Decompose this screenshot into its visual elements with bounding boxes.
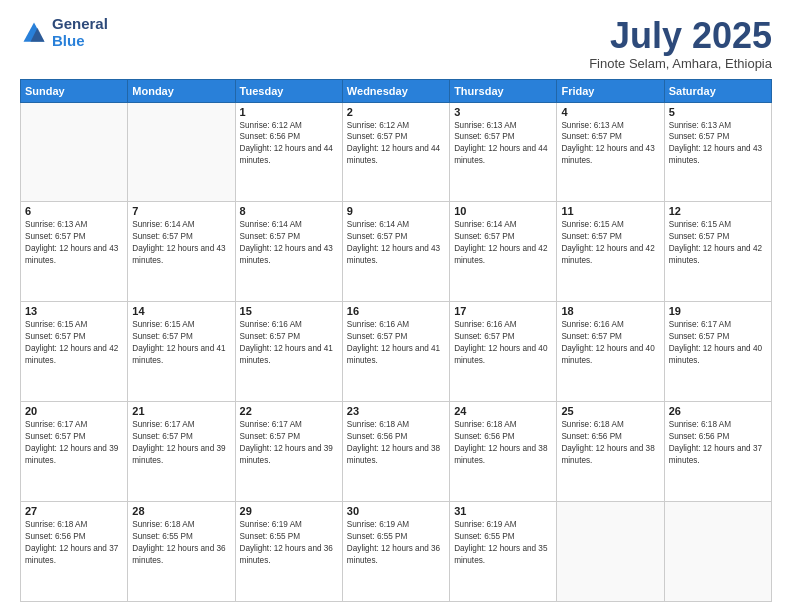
calendar-cell: 30Sunrise: 6:19 AMSunset: 6:55 PMDayligh… <box>342 502 449 602</box>
day-info: Sunrise: 6:12 AMSunset: 6:56 PMDaylight:… <box>240 120 338 168</box>
day-info: Sunrise: 6:17 AMSunset: 6:57 PMDaylight:… <box>240 419 338 467</box>
day-info: Sunrise: 6:19 AMSunset: 6:55 PMDaylight:… <box>240 519 338 567</box>
day-number: 26 <box>669 405 767 417</box>
calendar-cell: 29Sunrise: 6:19 AMSunset: 6:55 PMDayligh… <box>235 502 342 602</box>
calendar-header-row: Sunday Monday Tuesday Wednesday Thursday… <box>21 79 772 102</box>
calendar-cell: 21Sunrise: 6:17 AMSunset: 6:57 PMDayligh… <box>128 402 235 502</box>
calendar-cell: 14Sunrise: 6:15 AMSunset: 6:57 PMDayligh… <box>128 302 235 402</box>
day-info: Sunrise: 6:15 AMSunset: 6:57 PMDaylight:… <box>132 319 230 367</box>
day-number: 28 <box>132 505 230 517</box>
calendar-cell: 27Sunrise: 6:18 AMSunset: 6:56 PMDayligh… <box>21 502 128 602</box>
day-number: 4 <box>561 106 659 118</box>
day-info: Sunrise: 6:18 AMSunset: 6:56 PMDaylight:… <box>25 519 123 567</box>
calendar-cell: 12Sunrise: 6:15 AMSunset: 6:57 PMDayligh… <box>664 202 771 302</box>
day-info: Sunrise: 6:14 AMSunset: 6:57 PMDaylight:… <box>240 219 338 267</box>
day-info: Sunrise: 6:16 AMSunset: 6:57 PMDaylight:… <box>561 319 659 367</box>
day-number: 9 <box>347 205 445 217</box>
day-info: Sunrise: 6:16 AMSunset: 6:57 PMDaylight:… <box>347 319 445 367</box>
logo-blue: Blue <box>52 32 85 49</box>
col-tuesday: Tuesday <box>235 79 342 102</box>
calendar-week-4: 20Sunrise: 6:17 AMSunset: 6:57 PMDayligh… <box>21 402 772 502</box>
calendar-cell: 13Sunrise: 6:15 AMSunset: 6:57 PMDayligh… <box>21 302 128 402</box>
calendar-cell <box>557 502 664 602</box>
day-info: Sunrise: 6:14 AMSunset: 6:57 PMDaylight:… <box>347 219 445 267</box>
day-info: Sunrise: 6:16 AMSunset: 6:57 PMDaylight:… <box>240 319 338 367</box>
calendar-week-3: 13Sunrise: 6:15 AMSunset: 6:57 PMDayligh… <box>21 302 772 402</box>
day-info: Sunrise: 6:17 AMSunset: 6:57 PMDaylight:… <box>669 319 767 367</box>
calendar-cell: 19Sunrise: 6:17 AMSunset: 6:57 PMDayligh… <box>664 302 771 402</box>
day-info: Sunrise: 6:18 AMSunset: 6:56 PMDaylight:… <box>347 419 445 467</box>
day-number: 19 <box>669 305 767 317</box>
title-block: July 2025 Finote Selam, Amhara, Ethiopia <box>589 16 772 71</box>
day-info: Sunrise: 6:17 AMSunset: 6:57 PMDaylight:… <box>25 419 123 467</box>
calendar-cell: 22Sunrise: 6:17 AMSunset: 6:57 PMDayligh… <box>235 402 342 502</box>
calendar-cell <box>128 102 235 202</box>
day-number: 11 <box>561 205 659 217</box>
day-number: 7 <box>132 205 230 217</box>
day-number: 8 <box>240 205 338 217</box>
day-info: Sunrise: 6:15 AMSunset: 6:57 PMDaylight:… <box>25 319 123 367</box>
day-info: Sunrise: 6:12 AMSunset: 6:57 PMDaylight:… <box>347 120 445 168</box>
calendar-cell: 9Sunrise: 6:14 AMSunset: 6:57 PMDaylight… <box>342 202 449 302</box>
calendar-cell: 5Sunrise: 6:13 AMSunset: 6:57 PMDaylight… <box>664 102 771 202</box>
calendar-cell: 15Sunrise: 6:16 AMSunset: 6:57 PMDayligh… <box>235 302 342 402</box>
day-info: Sunrise: 6:14 AMSunset: 6:57 PMDaylight:… <box>132 219 230 267</box>
logo-general: General <box>52 15 108 32</box>
day-number: 20 <box>25 405 123 417</box>
day-info: Sunrise: 6:18 AMSunset: 6:56 PMDaylight:… <box>669 419 767 467</box>
day-number: 29 <box>240 505 338 517</box>
day-info: Sunrise: 6:15 AMSunset: 6:57 PMDaylight:… <box>669 219 767 267</box>
calendar-cell: 6Sunrise: 6:13 AMSunset: 6:57 PMDaylight… <box>21 202 128 302</box>
day-info: Sunrise: 6:13 AMSunset: 6:57 PMDaylight:… <box>669 120 767 168</box>
day-number: 27 <box>25 505 123 517</box>
calendar-cell: 28Sunrise: 6:18 AMSunset: 6:55 PMDayligh… <box>128 502 235 602</box>
day-number: 16 <box>347 305 445 317</box>
col-wednesday: Wednesday <box>342 79 449 102</box>
day-number: 12 <box>669 205 767 217</box>
calendar-cell: 3Sunrise: 6:13 AMSunset: 6:57 PMDaylight… <box>450 102 557 202</box>
day-number: 24 <box>454 405 552 417</box>
calendar-cell: 26Sunrise: 6:18 AMSunset: 6:56 PMDayligh… <box>664 402 771 502</box>
day-number: 13 <box>25 305 123 317</box>
calendar-cell: 24Sunrise: 6:18 AMSunset: 6:56 PMDayligh… <box>450 402 557 502</box>
calendar-table: Sunday Monday Tuesday Wednesday Thursday… <box>20 79 772 602</box>
header: General Blue July 2025 Finote Selam, Amh… <box>20 16 772 71</box>
day-number: 15 <box>240 305 338 317</box>
calendar-cell: 11Sunrise: 6:15 AMSunset: 6:57 PMDayligh… <box>557 202 664 302</box>
calendar-cell: 4Sunrise: 6:13 AMSunset: 6:57 PMDaylight… <box>557 102 664 202</box>
col-monday: Monday <box>128 79 235 102</box>
calendar-week-5: 27Sunrise: 6:18 AMSunset: 6:56 PMDayligh… <box>21 502 772 602</box>
calendar-cell: 2Sunrise: 6:12 AMSunset: 6:57 PMDaylight… <box>342 102 449 202</box>
day-info: Sunrise: 6:19 AMSunset: 6:55 PMDaylight:… <box>454 519 552 567</box>
calendar-cell <box>664 502 771 602</box>
logo-text: General Blue <box>52 16 108 49</box>
logo: General Blue <box>20 16 108 49</box>
day-number: 25 <box>561 405 659 417</box>
day-number: 5 <box>669 106 767 118</box>
day-number: 3 <box>454 106 552 118</box>
day-number: 23 <box>347 405 445 417</box>
col-sunday: Sunday <box>21 79 128 102</box>
day-info: Sunrise: 6:18 AMSunset: 6:55 PMDaylight:… <box>132 519 230 567</box>
calendar-cell: 10Sunrise: 6:14 AMSunset: 6:57 PMDayligh… <box>450 202 557 302</box>
day-info: Sunrise: 6:18 AMSunset: 6:56 PMDaylight:… <box>454 419 552 467</box>
month-title: July 2025 <box>589 16 772 56</box>
day-info: Sunrise: 6:14 AMSunset: 6:57 PMDaylight:… <box>454 219 552 267</box>
logo-icon <box>20 19 48 47</box>
calendar-cell: 7Sunrise: 6:14 AMSunset: 6:57 PMDaylight… <box>128 202 235 302</box>
day-number: 10 <box>454 205 552 217</box>
calendar-cell: 8Sunrise: 6:14 AMSunset: 6:57 PMDaylight… <box>235 202 342 302</box>
calendar-cell: 18Sunrise: 6:16 AMSunset: 6:57 PMDayligh… <box>557 302 664 402</box>
calendar-cell: 25Sunrise: 6:18 AMSunset: 6:56 PMDayligh… <box>557 402 664 502</box>
calendar-cell <box>21 102 128 202</box>
day-info: Sunrise: 6:15 AMSunset: 6:57 PMDaylight:… <box>561 219 659 267</box>
day-info: Sunrise: 6:19 AMSunset: 6:55 PMDaylight:… <box>347 519 445 567</box>
page: General Blue July 2025 Finote Selam, Amh… <box>0 0 792 612</box>
day-number: 18 <box>561 305 659 317</box>
day-info: Sunrise: 6:18 AMSunset: 6:56 PMDaylight:… <box>561 419 659 467</box>
day-info: Sunrise: 6:17 AMSunset: 6:57 PMDaylight:… <box>132 419 230 467</box>
day-number: 21 <box>132 405 230 417</box>
calendar-cell: 17Sunrise: 6:16 AMSunset: 6:57 PMDayligh… <box>450 302 557 402</box>
day-number: 30 <box>347 505 445 517</box>
calendar-cell: 31Sunrise: 6:19 AMSunset: 6:55 PMDayligh… <box>450 502 557 602</box>
